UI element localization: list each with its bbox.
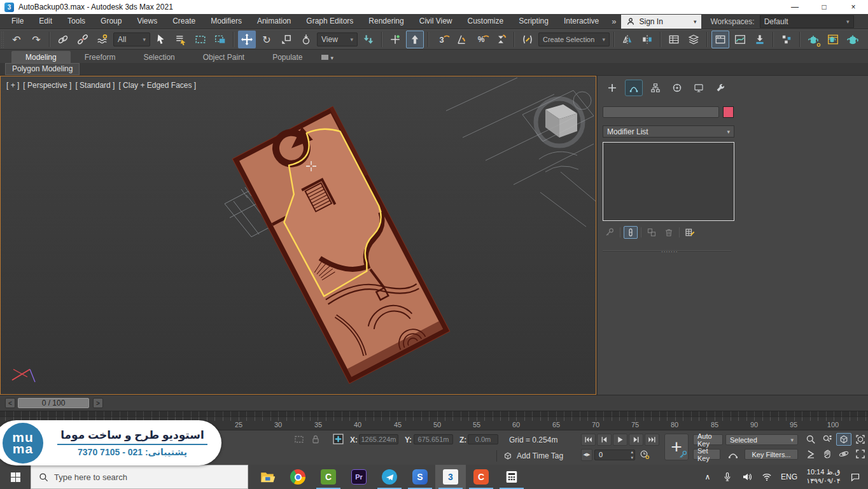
panel-divider-handle[interactable]: ....... bbox=[661, 246, 678, 253]
modifier-stack[interactable] bbox=[603, 142, 734, 221]
menu-edit[interactable]: Edit bbox=[31, 14, 60, 29]
time-configuration-icon[interactable] bbox=[637, 448, 652, 461]
viewport-canvas[interactable] bbox=[1, 76, 596, 394]
isolate-selection-icon[interactable] bbox=[294, 434, 304, 444]
motion-tab-icon[interactable] bbox=[669, 80, 685, 96]
material-editor-icon[interactable] bbox=[778, 31, 795, 48]
zoom-extents-icon[interactable] bbox=[836, 433, 851, 446]
y-coordinate-field[interactable]: 675.651m bbox=[414, 434, 453, 444]
zoom-icon[interactable] bbox=[803, 433, 818, 446]
time-slider-track[interactable]: < 0 / 100 > bbox=[0, 395, 868, 411]
menu-file[interactable]: File bbox=[4, 14, 31, 29]
percent-snap-toggle-icon[interactable]: % bbox=[472, 31, 490, 48]
play-button[interactable] bbox=[613, 434, 627, 446]
menu-rendering[interactable]: Rendering bbox=[361, 14, 411, 29]
modify-tab-icon[interactable] bbox=[626, 80, 642, 96]
remove-modifier-icon[interactable] bbox=[662, 226, 676, 239]
select-and-move-icon[interactable] bbox=[238, 31, 256, 48]
viewport-menu-general[interactable]: [ + ] bbox=[6, 81, 19, 90]
object-color-swatch[interactable] bbox=[723, 106, 734, 118]
show-end-result-icon[interactable] bbox=[624, 226, 638, 239]
menu-customize[interactable]: Customize bbox=[460, 14, 512, 29]
maximize-button[interactable]: □ bbox=[809, 0, 839, 14]
menu-interactive[interactable]: Interactive bbox=[556, 14, 606, 29]
snaps-toggle-3d-icon[interactable]: 3 bbox=[433, 31, 451, 48]
time-slider-next-button[interactable]: > bbox=[93, 398, 103, 408]
language-indicator[interactable]: ENG bbox=[779, 472, 799, 481]
track-bar[interactable] bbox=[0, 411, 868, 416]
viewport-menu-renderer[interactable]: [ Standard ] bbox=[75, 81, 115, 90]
start-button[interactable] bbox=[0, 465, 31, 489]
select-object-icon[interactable] bbox=[152, 31, 170, 48]
undo-button[interactable]: ↶ bbox=[8, 31, 25, 48]
curve-editor-icon[interactable] bbox=[731, 31, 749, 48]
configure-modifier-sets-icon[interactable] bbox=[683, 226, 697, 239]
set-key-button[interactable]: Set Key bbox=[693, 449, 720, 460]
rendered-frame-window-icon[interactable] bbox=[824, 31, 842, 48]
taskbar-camtasia[interactable]: C bbox=[313, 465, 344, 489]
previous-frame-button[interactable] bbox=[597, 434, 612, 446]
pan-icon[interactable] bbox=[820, 448, 835, 460]
transform-type-in-icon[interactable] bbox=[333, 434, 344, 444]
ribbon-minimize-icon[interactable]: ▾ bbox=[321, 54, 334, 63]
viewport-menu-pov[interactable]: [ Perspective ] bbox=[23, 81, 71, 90]
render-setup-icon[interactable] bbox=[804, 31, 822, 48]
unlink-selection-icon[interactable] bbox=[74, 31, 92, 48]
use-pivot-point-center-icon[interactable] bbox=[360, 31, 377, 48]
minimize-button[interactable]: — bbox=[780, 0, 809, 14]
select-and-manipulate-icon[interactable] bbox=[386, 31, 404, 48]
menu-civil-view[interactable]: Civil View bbox=[412, 14, 460, 29]
ribbon-tab-populate[interactable]: Populate bbox=[258, 51, 316, 63]
go-to-start-button[interactable] bbox=[581, 434, 596, 446]
speaker-icon[interactable] bbox=[739, 467, 755, 486]
hierarchy-tab-icon[interactable] bbox=[647, 80, 664, 96]
utilities-tab-icon[interactable] bbox=[712, 80, 729, 96]
sign-in-button[interactable]: Sign In ▾ bbox=[621, 15, 701, 29]
spinner-down-icon[interactable]: ▾ bbox=[631, 455, 633, 460]
schematic-view-icon[interactable] bbox=[751, 31, 769, 48]
ribbon-tab-selection[interactable]: Selection bbox=[129, 51, 188, 63]
z-coordinate-field[interactable]: 0.0m bbox=[468, 434, 498, 444]
bind-to-space-warp-icon[interactable] bbox=[94, 31, 111, 48]
taskbar-calculator[interactable] bbox=[496, 465, 527, 489]
menu-group[interactable]: Group bbox=[93, 14, 129, 29]
tray-chevron-icon[interactable]: ∧ bbox=[700, 467, 715, 486]
set-keys-button[interactable]: + bbox=[664, 434, 689, 460]
redo-button[interactable]: ↷ bbox=[27, 31, 45, 48]
menu-graph-editors[interactable]: Graph Editors bbox=[298, 14, 361, 29]
view-cube[interactable] bbox=[536, 99, 583, 146]
menu-modifiers[interactable]: Modifiers bbox=[203, 14, 249, 29]
select-and-link-icon[interactable] bbox=[54, 31, 72, 48]
select-and-rotate-icon[interactable]: ↻ bbox=[258, 31, 276, 48]
rectangular-selection-region-icon[interactable] bbox=[192, 31, 209, 48]
taskbar-share-app[interactable]: S bbox=[405, 465, 435, 489]
selection-filter-dropdown[interactable]: All ▾ bbox=[113, 32, 150, 46]
taskbar-3ds-max[interactable]: 3 bbox=[435, 465, 466, 489]
selection-lock-icon[interactable] bbox=[311, 434, 321, 444]
ribbon-tab-object-paint[interactable]: Object Paint bbox=[189, 51, 258, 63]
window-crossing-toggle-icon[interactable] bbox=[211, 31, 229, 48]
pin-stack-icon[interactable] bbox=[603, 226, 617, 239]
key-filter-mode-dropdown[interactable]: Selected ▾ bbox=[725, 434, 798, 445]
title-bar[interactable]: 3 AutoBackup03.max - Autodesk 3ds Max 20… bbox=[0, 0, 868, 14]
close-button[interactable]: × bbox=[839, 0, 868, 14]
perspective-viewport[interactable]: [ + ] [ Perspective ] [ Standard ] [ Cla… bbox=[0, 76, 596, 395]
keyboard-shortcut-override-icon[interactable] bbox=[406, 31, 424, 48]
menu-create[interactable]: Create bbox=[165, 14, 203, 29]
menu-animation[interactable]: Animation bbox=[249, 14, 298, 29]
object-name-field[interactable] bbox=[603, 106, 719, 118]
display-tab-icon[interactable] bbox=[690, 80, 707, 96]
toolbar-drag-handle[interactable] bbox=[1, 31, 4, 48]
taskbar-camtasia-recorder[interactable]: C bbox=[466, 465, 496, 489]
spinner-snap-toggle-icon[interactable] bbox=[492, 31, 510, 48]
taskbar-chrome[interactable] bbox=[283, 465, 313, 489]
reference-coordinate-dropdown[interactable]: View ▾ bbox=[317, 32, 358, 46]
zoom-region-icon[interactable] bbox=[803, 448, 818, 460]
taskbar-telegram[interactable] bbox=[374, 465, 405, 489]
zoom-all-icon[interactable] bbox=[820, 433, 835, 446]
wifi-icon[interactable] bbox=[759, 467, 774, 486]
default-tangents-icon[interactable] bbox=[725, 448, 741, 461]
menu-views[interactable]: Views bbox=[129, 14, 165, 29]
make-unique-icon[interactable] bbox=[645, 226, 659, 239]
add-time-tag[interactable]: Add Time Tag bbox=[496, 450, 563, 462]
